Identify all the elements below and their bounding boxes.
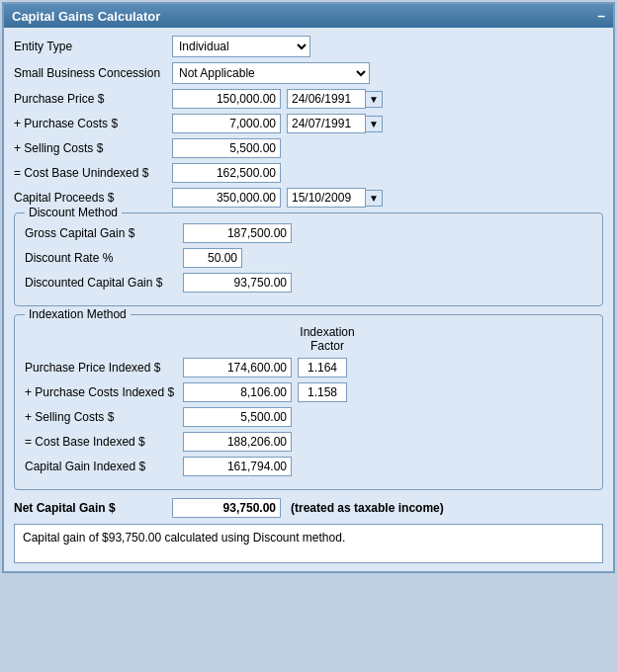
idx-selling-costs-row: + Selling Costs $ [25, 407, 592, 427]
gross-gain-row: Gross Capital Gain $ [25, 223, 592, 243]
net-gain-label: Net Capital Gain $ [14, 501, 172, 515]
selling-costs-input[interactable] [172, 138, 281, 158]
discount-content: Gross Capital Gain $ Discount Rate % Dis… [25, 223, 592, 293]
close-button[interactable]: – [597, 8, 605, 24]
window-title: Capital Gains Calculator [12, 9, 160, 24]
small-business-label: Small Business Concession [14, 66, 172, 80]
discounted-gain-input[interactable] [183, 273, 292, 293]
title-bar: Capital Gains Calculator – [4, 4, 613, 28]
cost-base-row: = Cost Base Unindexed $ [14, 163, 603, 183]
discount-rate-row: Discount Rate % [25, 248, 592, 268]
summary-box: Capital gain of $93,750.00 calculated us… [14, 524, 603, 563]
capital-proceeds-date-group: ▼ [287, 188, 383, 208]
capital-gain-indexed-input[interactable] [183, 457, 292, 476]
net-gain-input[interactable] [172, 498, 281, 518]
cost-base-indexed-label: = Cost Base Indexed $ [25, 435, 183, 449]
selling-costs-label: + Selling Costs $ [14, 141, 172, 155]
purchase-costs-label: + Purchase Costs $ [14, 117, 172, 130]
purchase-costs-date-input[interactable] [287, 114, 366, 133]
purchase-price-date-input[interactable] [287, 89, 366, 109]
purchase-costs-calendar-button[interactable]: ▼ [366, 116, 383, 132]
idx-selling-costs-label: + Selling Costs $ [25, 410, 183, 424]
indexation-factor-label: Indexation Factor [298, 325, 357, 353]
pp-indexed-label: Purchase Price Indexed $ [25, 361, 183, 375]
cost-base-indexed-row: = Cost Base Indexed $ [25, 432, 592, 452]
form-content: Entity Type Individual Small Business Co… [4, 28, 613, 571]
purchase-costs-date-group: ▼ [287, 114, 383, 133]
discount-section-title: Discount Method [25, 206, 122, 219]
capital-proceeds-label: Capital Proceeds $ [14, 191, 172, 205]
purchase-price-label: Purchase Price $ [14, 92, 172, 106]
purchase-price-row: Purchase Price $ ▼ [14, 89, 603, 109]
capital-gain-indexed-label: Capital Gain Indexed $ [25, 460, 183, 473]
discounted-gain-row: Discounted Capital Gain $ [25, 273, 592, 293]
idx-selling-costs-input[interactable] [183, 407, 292, 427]
net-gain-note: (treated as taxable income) [291, 501, 444, 515]
summary-text: Capital gain of $93,750.00 calculated us… [23, 531, 345, 545]
purchase-costs-input[interactable] [172, 114, 281, 133]
entity-type-select[interactable]: Individual [172, 36, 310, 57]
cost-base-indexed-input[interactable] [183, 432, 292, 452]
cost-base-input[interactable] [172, 163, 281, 183]
discount-section: Discount Method Gross Capital Gain $ Dis… [14, 212, 603, 306]
pp-factor-input[interactable] [298, 358, 347, 378]
purchase-costs-row: + Purchase Costs $ ▼ [14, 114, 603, 133]
capital-proceeds-input[interactable] [172, 188, 281, 208]
indexation-header-row: Indexation Factor [25, 325, 592, 353]
pp-indexed-row: Purchase Price Indexed $ [25, 358, 592, 378]
gross-gain-label: Gross Capital Gain $ [25, 226, 183, 240]
purchase-price-input[interactable] [172, 89, 281, 109]
pc-indexed-label: + Purchase Costs Indexed $ [25, 385, 183, 399]
pp-indexed-input[interactable] [183, 358, 292, 378]
indexation-content: Indexation Factor Purchase Price Indexed… [25, 325, 592, 476]
pc-indexed-row: + Purchase Costs Indexed $ [25, 382, 592, 402]
discounted-gain-label: Discounted Capital Gain $ [25, 276, 183, 290]
indexation-section: Indexation Method Indexation Factor Purc… [14, 314, 603, 490]
pc-indexed-input[interactable] [183, 382, 292, 402]
discount-rate-input[interactable] [183, 248, 242, 268]
capital-proceeds-date-input[interactable] [287, 188, 366, 208]
entity-type-label: Entity Type [14, 40, 172, 53]
small-business-row: Small Business Concession Not Applicable [14, 62, 603, 84]
cost-base-label: = Cost Base Unindexed $ [14, 166, 172, 180]
small-business-select[interactable]: Not Applicable [172, 62, 370, 84]
gross-gain-input[interactable] [183, 223, 292, 243]
indexation-section-title: Indexation Method [25, 307, 131, 321]
net-gain-row: Net Capital Gain $ (treated as taxable i… [14, 498, 603, 518]
capital-gain-indexed-row: Capital Gain Indexed $ [25, 457, 592, 476]
capital-proceeds-calendar-button[interactable]: ▼ [366, 190, 383, 207]
entity-type-row: Entity Type Individual [14, 36, 603, 57]
main-window: Capital Gains Calculator – Entity Type I… [2, 2, 615, 573]
pc-factor-input[interactable] [298, 382, 347, 402]
selling-costs-row: + Selling Costs $ [14, 138, 603, 158]
discount-rate-label: Discount Rate % [25, 251, 183, 265]
purchase-price-calendar-button[interactable]: ▼ [366, 91, 383, 108]
purchase-price-date-group: ▼ [287, 89, 383, 109]
capital-proceeds-row: Capital Proceeds $ ▼ [14, 188, 603, 208]
